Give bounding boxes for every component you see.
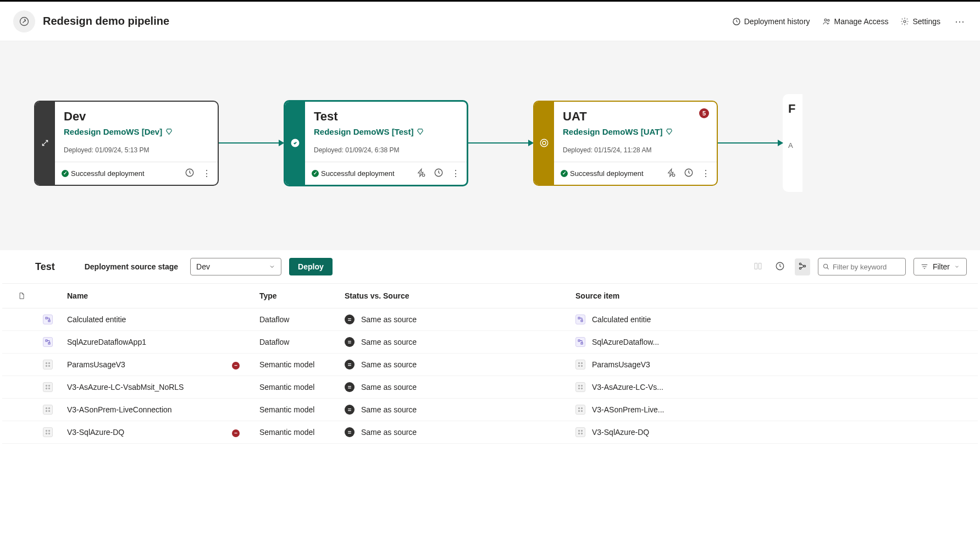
item-name: SqlAzureDataflowApp1 [65,338,230,346]
svg-point-45 [49,408,50,409]
deployment-history-button[interactable]: Deployment history [732,17,810,26]
svg-point-30 [46,366,47,367]
svg-point-48 [579,408,580,409]
table-row[interactable]: SqlAzureDataflowApp1DataflowSame as sour… [2,331,978,354]
svg-point-4 [904,20,906,23]
item-type: Semantic model [257,428,342,437]
source-item: SqlAzureDataflow... [575,337,976,347]
stage-test-more-button[interactable]: ⋮ [451,168,460,179]
table-row[interactable]: Calculated entitieDataflowSame as source… [2,308,978,331]
search-input-wrap[interactable] [818,258,906,275]
history-icon [732,17,741,26]
svg-point-39 [49,388,50,389]
source-item: V3-ASonPrem-Live... [575,405,976,415]
svg-point-35 [582,366,583,367]
stage-card-test[interactable]: Test Redesign DemoWS [Test] Deployed: 01… [284,100,468,186]
stage-card-dev[interactable]: Dev Redesign DemoWS [Dev] Deployed: 01/0… [34,101,219,186]
connector-arrow [718,142,783,144]
success-icon [312,170,319,177]
stage-dev-more-button[interactable]: ⋮ [202,168,211,179]
gear-icon [900,17,909,26]
status-vs-source: Same as source [345,315,458,324]
svg-point-41 [582,385,583,387]
svg-rect-26 [578,340,580,341]
svg-point-34 [579,366,580,367]
stage-dev-workspace-link[interactable]: Redesign DemoWS [Dev] [64,127,209,136]
stage-uat-workspace-link[interactable]: Redesign DemoWS [UAT] [563,127,708,136]
svg-point-40 [579,385,580,387]
table-row[interactable]: ParamsUsageV3Semantic modelSame as sourc… [2,354,978,376]
toolbar-history-button[interactable] [773,259,787,275]
svg-point-58 [579,433,580,434]
item-type-icon [43,315,53,324]
stage-toolbar: Test Deployment source stage Dev Deploy … [2,250,978,284]
search-input[interactable] [833,263,901,271]
stage-dev-name: Dev [64,109,209,124]
item-name: V3-AsAzure-LC-VsabMsit_NoRLS [65,383,230,391]
svg-point-9 [540,139,548,147]
svg-rect-14 [758,263,761,269]
svg-point-55 [49,433,50,434]
svg-point-38 [46,388,47,389]
stage-uat-sidebar-icon [534,102,554,185]
item-name: V3-ASonPrem-LiveConnection [65,405,230,414]
status-vs-source: Same as source [345,382,458,392]
svg-point-7 [422,174,425,177]
svg-point-31 [49,366,50,367]
status-vs-source: Same as source [345,360,458,369]
table-row[interactable]: V3-SqlAzure-DQSemantic modelSame as sour… [2,421,978,444]
svg-rect-24 [46,340,47,341]
compare-view-button[interactable] [751,260,765,274]
same-as-source-icon [345,427,355,437]
stage-uat-more-button[interactable]: ⋮ [701,168,710,179]
item-type: Semantic model [257,383,342,391]
svg-point-46 [46,411,47,412]
stage-test-history-button[interactable] [434,168,444,179]
stage-test-rules-button[interactable] [416,168,426,179]
stage-test-status: Successful deployment [312,169,413,178]
svg-point-11 [672,174,675,177]
item-type-icon [43,337,53,347]
col-status[interactable]: Status vs. Source [342,291,461,300]
table-row[interactable]: V3-ASonPrem-LiveConnectionSemantic model… [2,399,978,421]
svg-point-42 [579,388,580,389]
item-type-icon [43,382,53,392]
source-stage-dropdown[interactable]: Dev [190,258,281,275]
item-type: Dataflow [257,315,342,324]
col-name[interactable]: Name [65,291,230,300]
stage-dev-history-button[interactable] [185,168,195,179]
manage-access-label: Manage Access [834,17,889,26]
item-type: Dataflow [257,338,342,346]
item-name: V3-SqlAzure-DQ [65,428,230,437]
deploy-button[interactable]: Deploy [289,258,333,275]
stage-uat-history-button[interactable] [684,168,694,179]
page-header: Redesign demo pipeline Deployment histor… [0,2,980,41]
stage-card-next-partial[interactable]: F A [783,94,802,192]
col-source[interactable]: Source item [573,291,978,300]
stage-test-workspace-link[interactable]: Redesign DemoWS [Test] [314,127,458,136]
svg-point-49 [582,408,583,409]
status-vs-source: Same as source [345,337,458,347]
svg-point-54 [46,433,47,434]
item-type-icon [575,382,585,392]
success-icon [561,170,568,177]
more-actions-button[interactable]: ⋯ [953,13,967,30]
premium-icon [165,128,173,135]
stage-uat-rules-button[interactable] [666,168,676,179]
connector-arrow [468,142,533,144]
status-vs-source: Same as source [345,427,458,437]
col-type[interactable]: Type [257,291,342,300]
settings-button[interactable]: Settings [900,17,940,26]
item-name: ParamsUsageV3 [65,360,230,369]
item-type-icon [575,405,585,415]
source-item: Calculated entitie [575,315,976,324]
lineage-button[interactable] [795,258,810,275]
manage-access-button[interactable]: Manage Access [822,17,889,26]
selected-stage-title: Test [35,261,55,273]
alert-icon [232,429,240,437]
pipeline-canvas: Dev Redesign DemoWS [Dev] Deployed: 01/0… [0,41,980,250]
stage-card-uat[interactable]: 5 UAT Redesign DemoWS [UAT] Deployed: 01… [533,101,718,186]
connector-arrow [219,142,284,144]
filter-button[interactable]: Filter [913,258,967,275]
table-row[interactable]: V3-AsAzure-LC-VsabMsit_NoRLSSemantic mod… [2,376,978,399]
